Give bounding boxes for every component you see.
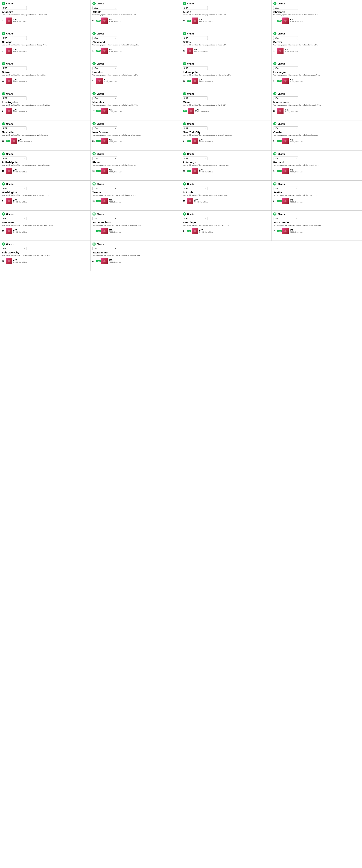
card-title: Charts <box>187 213 194 215</box>
country-select-container[interactable]: USA <box>93 36 117 40</box>
city-desc: Your weekly update of the most popular t… <box>93 194 179 196</box>
country-select[interactable]: USA <box>183 96 208 100</box>
country-select[interactable]: USA <box>273 6 298 10</box>
track-rank: 18 <box>93 170 96 172</box>
spotify-logo-icon <box>93 32 96 35</box>
country-select-container[interactable]: USA <box>183 96 208 100</box>
country-select-container[interactable]: USA <box>93 126 117 130</box>
country-select[interactable]: USA <box>273 126 298 130</box>
card-header: Charts <box>93 212 179 216</box>
country-select[interactable]: USA <box>183 156 208 160</box>
card-title: Charts <box>187 93 194 95</box>
country-select-container[interactable]: USA <box>2 156 27 160</box>
new-badge: New <box>183 110 187 112</box>
chart-card-seattle: Charts USA Seattle Your weekly update of… <box>271 181 362 211</box>
country-select-container[interactable]: USA <box>273 96 298 100</box>
track-name: APT. <box>13 49 27 51</box>
country-select[interactable]: USA <box>2 187 27 190</box>
country-select-container[interactable]: USA <box>93 156 117 160</box>
spotify-logo-icon <box>93 182 96 186</box>
country-select[interactable]: USA <box>183 36 208 40</box>
country-select-container[interactable]: USA <box>93 66 117 70</box>
chart-card-anaheim: Charts USA Anaheim Your weekly update of… <box>0 0 91 30</box>
card-title: Charts <box>187 123 194 125</box>
country-select-container[interactable]: USA <box>2 6 27 10</box>
new-badge: New <box>277 200 282 202</box>
country-select[interactable]: USA <box>2 6 27 10</box>
country-select-container[interactable]: USA <box>273 126 298 130</box>
country-select[interactable]: USA <box>93 217 117 220</box>
chart-card-memphis: Charts USA Memphis Your weekly update of… <box>91 90 181 120</box>
country-select[interactable]: USA <box>2 247 27 250</box>
country-select-container[interactable]: USA <box>2 247 27 250</box>
country-select[interactable]: USA <box>93 187 117 190</box>
track-row: 29 APT. ROSE, Bruno Mars <box>2 228 89 234</box>
country-select-container[interactable]: USA <box>2 36 27 40</box>
track-name: APT. <box>290 199 303 201</box>
chart-card-denver: Charts USA Denver Your weekly update of … <box>271 30 362 60</box>
country-select[interactable]: USA <box>93 126 117 130</box>
country-select-container[interactable]: USA <box>273 156 298 160</box>
country-select-container[interactable]: USA <box>93 96 117 100</box>
country-select-container[interactable]: USA <box>273 36 298 40</box>
country-select-container[interactable]: USA <box>2 217 27 220</box>
country-select-container[interactable]: USA <box>93 187 117 190</box>
city-name: Nashville <box>2 131 89 134</box>
country-select[interactable]: USA <box>93 156 117 160</box>
country-select-container[interactable]: USA <box>2 187 27 190</box>
track-name: APT. <box>199 229 213 231</box>
track-row: 4 New APT. ROSE, Bruno Mars <box>183 228 270 234</box>
country-select[interactable]: USA <box>2 66 27 70</box>
country-select-container[interactable]: USA <box>183 187 208 190</box>
country-select[interactable]: USA <box>2 156 27 160</box>
track-name: APT. <box>13 199 27 201</box>
city-desc: Your weekly update of the most popular t… <box>93 74 179 76</box>
country-select[interactable]: USA <box>2 36 27 40</box>
country-select[interactable]: USA <box>2 217 27 220</box>
country-select[interactable]: USA <box>273 187 298 190</box>
country-select-container[interactable]: USA <box>273 66 298 70</box>
country-select[interactable]: USA <box>93 6 117 10</box>
country-select-container[interactable]: USA <box>183 36 208 40</box>
country-select[interactable]: USA <box>183 187 208 190</box>
track-row: 33 New APT. ROSE, Bruno Mars <box>273 18 360 24</box>
track-artist: ROSE, Bruno Mars <box>13 261 27 263</box>
country-select-container[interactable]: USA <box>183 66 208 70</box>
track-row: New APT. ROSE, Bruno Mars <box>183 108 270 114</box>
country-select[interactable]: USA <box>273 66 298 70</box>
country-select-container[interactable]: USA <box>2 96 27 100</box>
country-select-container[interactable]: USA <box>273 6 298 10</box>
country-select[interactable]: USA <box>273 156 298 160</box>
country-select-container[interactable]: USA <box>183 6 208 10</box>
country-select-container[interactable]: USA <box>93 217 117 220</box>
country-select[interactable]: USA <box>273 36 298 40</box>
country-select[interactable]: USA <box>183 6 208 10</box>
country-select-container[interactable]: USA <box>273 217 298 220</box>
country-select-container[interactable]: USA <box>93 247 117 250</box>
country-select[interactable]: USA <box>183 217 208 220</box>
chart-card-atlanta: Charts USA Atlanta Your weekly update of… <box>91 0 181 30</box>
country-select[interactable]: USA <box>2 126 27 130</box>
country-select[interactable]: USA <box>2 96 27 100</box>
track-rank: 4 <box>93 260 96 262</box>
track-info: APT. ROSE, Bruno Mars <box>290 199 303 203</box>
country-select[interactable]: USA <box>93 96 117 100</box>
country-select[interactable]: USA <box>93 36 117 40</box>
country-select-container[interactable]: USA <box>2 126 27 130</box>
track-artist: ROSE, Bruno Mars <box>199 81 213 83</box>
country-select[interactable]: USA <box>183 126 208 130</box>
country-select-container[interactable]: USA <box>2 66 27 70</box>
country-select[interactable]: USA <box>273 96 298 100</box>
country-select[interactable]: USA <box>93 66 117 70</box>
country-select-container[interactable]: USA <box>93 6 117 10</box>
track-album-art <box>192 138 198 144</box>
spotify-logo-icon <box>273 212 276 216</box>
track-info: APT. ROSE, Bruno Mars <box>285 49 298 53</box>
country-select[interactable]: USA <box>273 217 298 220</box>
country-select-container[interactable]: USA <box>183 156 208 160</box>
country-select-container[interactable]: USA <box>183 126 208 130</box>
country-select[interactable]: USA <box>93 247 117 250</box>
country-select-container[interactable]: USA <box>183 217 208 220</box>
country-select[interactable]: USA <box>183 66 208 70</box>
country-select-container[interactable]: USA <box>273 187 298 190</box>
